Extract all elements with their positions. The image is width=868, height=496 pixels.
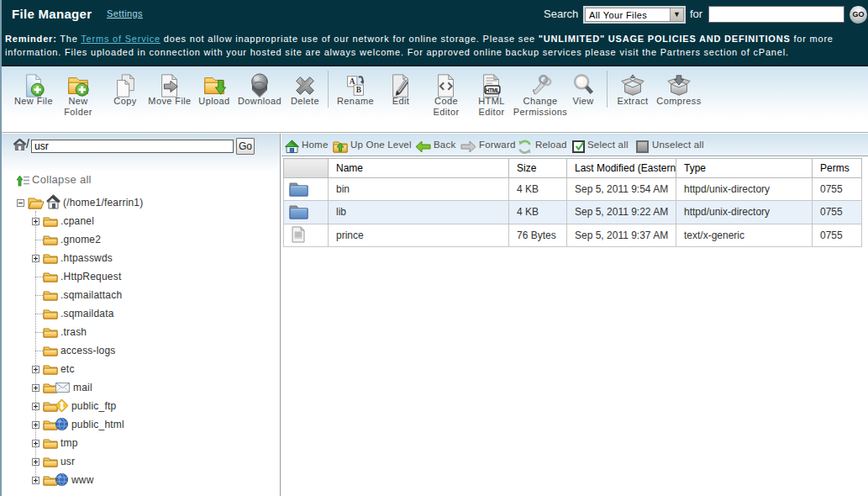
svg-text:HTML: HTML	[486, 87, 500, 93]
svg-text:B: B	[356, 86, 361, 94]
